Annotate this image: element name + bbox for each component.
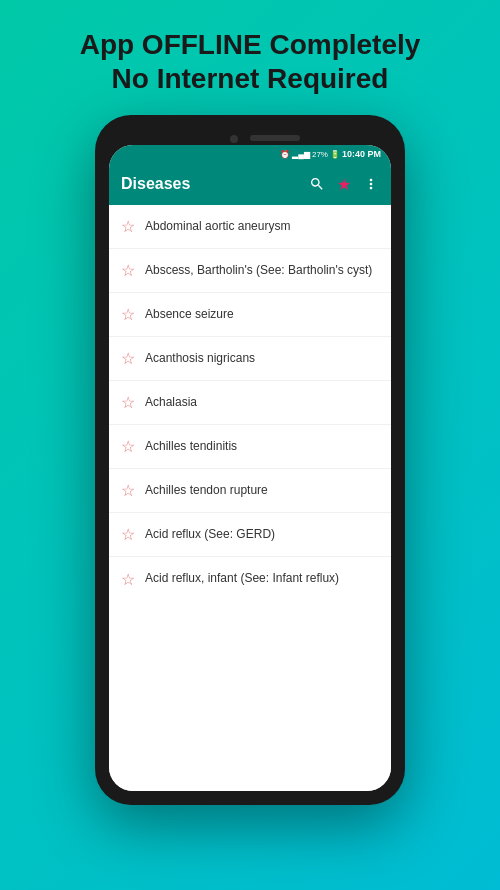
disease-name: Abscess, Bartholin's (See: Bartholin's c… — [145, 263, 372, 279]
app-bar-actions: ★ — [309, 175, 379, 194]
list-item[interactable]: ☆Abscess, Bartholin's (See: Bartholin's … — [109, 249, 391, 293]
disease-name: Abdominal aortic aneurysm — [145, 219, 290, 235]
favorite-star-icon[interactable]: ☆ — [121, 305, 135, 324]
app-bar: Diseases ★ — [109, 163, 391, 205]
list-item[interactable]: ☆Achilles tendinitis — [109, 425, 391, 469]
signal-icon: ▂▄▆ — [292, 150, 310, 159]
header-section: App OFFLINE Completely No Internet Requi… — [50, 0, 451, 115]
app-title: Diseases — [121, 175, 190, 193]
header-line2: No Internet Required — [112, 63, 389, 94]
phone-frame: ⏰ ▂▄▆ 27% 🔋 10:40 PM Diseases ★ — [95, 115, 405, 805]
disease-name: Achilles tendinitis — [145, 439, 237, 455]
disease-name: Acid reflux, infant (See: Infant reflux) — [145, 571, 339, 587]
disease-name: Achalasia — [145, 395, 197, 411]
alarm-icon: ⏰ — [280, 150, 290, 159]
time-display: 10:40 PM — [342, 149, 381, 159]
favorites-button[interactable]: ★ — [337, 175, 351, 194]
list-item[interactable]: ☆Acid reflux, infant (See: Infant reflux… — [109, 557, 391, 601]
phone-speaker-bar — [250, 135, 300, 141]
favorite-star-icon[interactable]: ☆ — [121, 261, 135, 280]
disease-name: Achilles tendon rupture — [145, 483, 268, 499]
favorite-star-icon[interactable]: ☆ — [121, 349, 135, 368]
favorite-star-icon[interactable]: ☆ — [121, 393, 135, 412]
list-item[interactable]: ☆Acanthosis nigricans — [109, 337, 391, 381]
header-line1: App OFFLINE Completely — [80, 29, 421, 60]
favorite-star-icon[interactable]: ☆ — [121, 525, 135, 544]
favorite-star-icon[interactable]: ☆ — [121, 437, 135, 456]
favorite-star-icon[interactable]: ☆ — [121, 217, 135, 236]
list-item[interactable]: ☆Abdominal aortic aneurysm — [109, 205, 391, 249]
battery-icon: 🔋 — [330, 150, 340, 159]
list-item[interactable]: ☆Absence seizure — [109, 293, 391, 337]
list-item[interactable]: ☆Achalasia — [109, 381, 391, 425]
phone-camera-dot — [230, 135, 238, 143]
status-bar: ⏰ ▂▄▆ 27% 🔋 10:40 PM — [109, 145, 391, 163]
disease-name: Acanthosis nigricans — [145, 351, 255, 367]
search-button[interactable] — [309, 176, 325, 192]
list-item[interactable]: ☆Acid reflux (See: GERD) — [109, 513, 391, 557]
disease-name: Absence seizure — [145, 307, 234, 323]
favorite-star-icon[interactable]: ☆ — [121, 481, 135, 500]
disease-name: Acid reflux (See: GERD) — [145, 527, 275, 543]
disease-list: ☆Abdominal aortic aneurysm☆Abscess, Bart… — [109, 205, 391, 791]
list-item[interactable]: ☆Achilles tendon rupture — [109, 469, 391, 513]
more-options-button[interactable] — [363, 176, 379, 192]
phone-screen: ⏰ ▂▄▆ 27% 🔋 10:40 PM Diseases ★ — [109, 145, 391, 791]
battery-text: 27% — [312, 150, 328, 159]
favorite-star-icon[interactable]: ☆ — [121, 570, 135, 589]
